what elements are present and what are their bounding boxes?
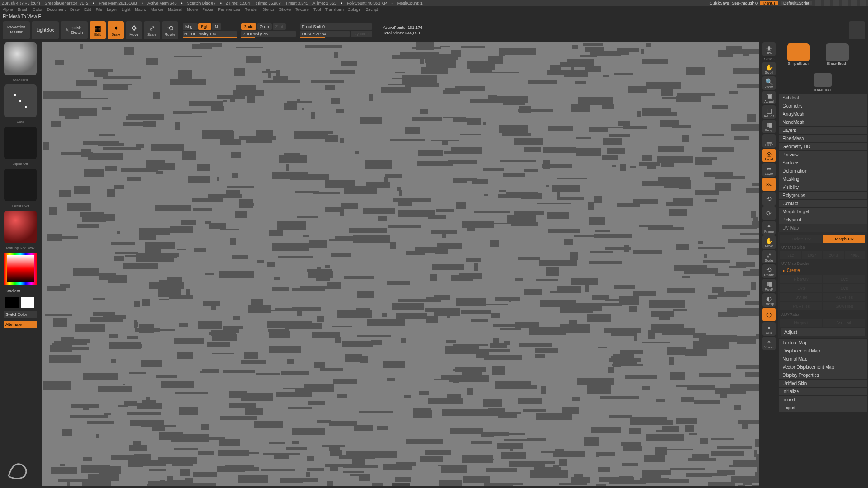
layers-section[interactable]: Layers [779,127,867,134]
xyz-button[interactable]: Xyz [762,178,776,191]
menu-transform[interactable]: Transform [325,7,344,12]
window-button[interactable] [833,0,839,6]
adjust-section[interactable]: Adjust [781,328,865,336]
fibermesh-section[interactable]: FiberMesh [779,135,867,142]
bpr-button[interactable]: ◉BPR [762,42,776,56]
menu-color[interactable]: Color [33,7,43,12]
quick-sketch-button[interactable]: ✎Quick Sketch [61,21,88,39]
menu-material[interactable]: Material [168,7,182,12]
eraserbrush-tool[interactable]: EraserBrush [819,43,855,70]
contact-section[interactable]: Contact [779,200,867,207]
uvc-button[interactable]: Uvc [823,275,865,283]
rgb-intensity-slider[interactable]: Rgb Intensity 100 [183,31,237,37]
unifiedskin-section[interactable]: Unified Skin [779,380,867,387]
viewport[interactable] [42,42,760,486]
uvs-button[interactable]: Uvs [823,284,865,292]
uvmap-section[interactable]: UV Map [779,224,867,232]
floor-button[interactable]: ▁Floor [762,134,776,148]
menu-alpha[interactable]: Alpha [3,7,13,12]
color-picker[interactable] [4,253,37,285]
xpose-button[interactable]: ✧Xpose [762,337,776,350]
brush-selector[interactable] [4,42,37,75]
nanomesh-section[interactable]: NanoMesh [779,118,867,126]
morph-uv-button[interactable]: Morph UV [823,235,865,243]
draw-size-slider[interactable]: Draw Size 64 [300,31,350,37]
surface-section[interactable]: Surface [779,159,867,167]
quicksave-button[interactable]: QuickSave [709,1,729,5]
menu-preferences[interactable]: Preferences [218,7,240,12]
nav-rotate-button[interactable]: ⟲Rotate [762,264,776,278]
uv-1024-button[interactable]: 1024 [802,251,823,259]
scale-button[interactable]: ⤢Scale [144,21,160,39]
simplebrush-tool[interactable]: SimpleBrush [780,43,816,70]
menu-file[interactable]: File [96,7,103,12]
edit-button[interactable]: ▦Edit [90,21,106,39]
local-button[interactable]: ◎Local [762,149,776,162]
displacementmap-section[interactable]: Displacement Map [779,347,867,355]
rotate-button[interactable]: ⟲Rotate [162,21,178,39]
uv-4096-button[interactable]: 4096 [845,251,866,259]
uv-512-button[interactable]: 512 [780,251,801,259]
spix-label[interactable]: SPix 3 [762,57,777,61]
auvtiles-button[interactable]: AUVTiles [823,293,865,301]
rot-y-button[interactable]: ⟲ [762,192,776,206]
visibility-section[interactable]: Visibility [779,183,867,191]
aahalf-button[interactable]: ▤AAHalf [762,105,776,119]
displayprops-section[interactable]: Display Properties [779,371,867,379]
window-button[interactable] [815,0,821,6]
texture-selector[interactable] [4,169,37,201]
uvp-button[interactable]: Uvp [780,284,822,292]
polypaint-section[interactable]: Polypaint [779,216,867,224]
primary-color-swatch[interactable] [21,297,34,308]
menu-stroke[interactable]: Stroke [279,7,291,12]
fiberuv-button[interactable]: FiberUV [780,275,822,283]
dynamic-toggle[interactable]: Dynamic [351,31,372,37]
zcut-toggle[interactable]: Zcut [273,23,286,30]
uvtile-button[interactable]: UVTile [780,293,822,301]
menu-movie[interactable]: Movie [187,7,198,12]
see-through-slider[interactable]: See-through 0 [732,1,758,5]
nav-move-button[interactable]: ✋Move [762,235,776,249]
material-selector[interactable] [4,211,37,243]
zsub-toggle[interactable]: Zsub [257,23,272,30]
default-zscript[interactable]: DefaultZScript [781,1,812,5]
draw-button[interactable]: ✦Draw [108,21,124,39]
canvas-drag-handle[interactable] [392,483,410,486]
menu-layer[interactable]: Layer [107,7,117,12]
close-button[interactable] [860,0,866,6]
arraymesh-section[interactable]: ArrayMesh [779,110,867,118]
uv-2048-button[interactable]: 2048 [823,251,844,259]
menu-stencil[interactable]: Stencil [262,7,274,12]
switch-color-button[interactable]: SwitchColor [4,311,37,318]
morphtarget-section[interactable]: Morph Target [779,208,867,216]
menus-toggle[interactable]: Menus [760,1,778,5]
menu-texture[interactable]: Texture [295,7,309,12]
nav-scale-button[interactable]: ⤢Scale [762,250,776,263]
zadd-toggle[interactable]: Zadd [241,23,256,30]
delete-uv-button[interactable]: Delete UV [780,235,822,243]
polygroups-section[interactable]: Polygroups [779,192,867,199]
lsym-button[interactable]: ⇔LSym [762,163,776,177]
guvtiles-button[interactable]: GUVTiles [823,302,865,310]
stroke-selector[interactable] [4,84,37,117]
solo-button[interactable]: ●Solo [762,322,776,336]
vrepeat-slider[interactable]: Vrepeat [823,319,865,327]
hrepeat-slider[interactable]: Hrepeat [780,319,822,327]
puvtiles-button[interactable]: PUVTiles [780,302,822,310]
minimize-button[interactable] [842,0,848,6]
focal-shift-slider[interactable]: Focal Shift 0 [300,23,372,30]
z-intensity-slider[interactable]: Z Intensity 25 [241,31,296,37]
menu-marker[interactable]: Marker [151,7,163,12]
transp-button[interactable]: ◐Transp [762,293,776,307]
rgb-toggle[interactable]: Rgb [198,23,212,30]
gradient-label[interactable]: Gradient [2,288,39,294]
window-button[interactable] [824,0,830,6]
ghost-button[interactable]: ◌ [762,308,776,321]
create-header[interactable]: Create [780,267,865,274]
alpha-selector[interactable] [4,127,37,159]
menu-render[interactable]: Render [245,7,258,12]
geometryhd-section[interactable]: Geometry HD [779,143,867,150]
masking-section[interactable]: Masking [779,175,867,183]
polyf-button[interactable]: ▦PolyF [762,279,776,292]
deformation-section[interactable]: Deformation [779,167,867,175]
